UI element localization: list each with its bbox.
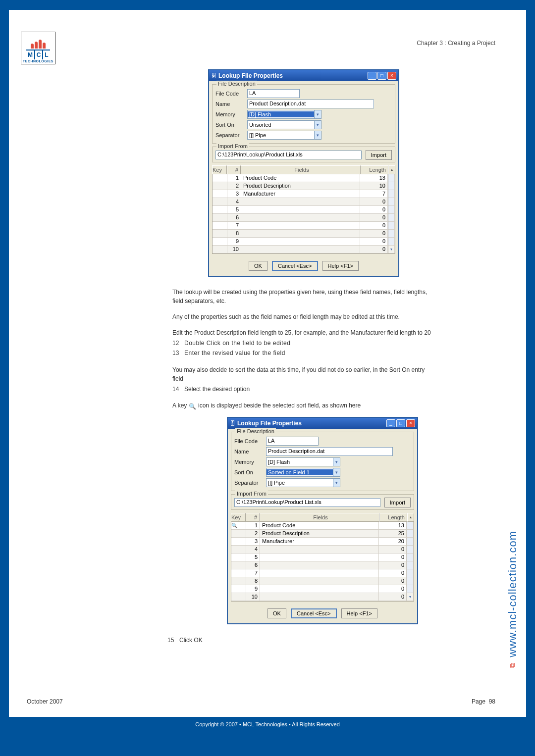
length-cell[interactable]: 10	[360, 182, 388, 190]
table-row[interactable]: 2Product Description25	[231, 530, 414, 538]
table-row[interactable]: 40	[231, 546, 414, 554]
length-cell[interactable]: 13	[360, 174, 388, 182]
table-row[interactable]: 3Manufacturer20	[231, 538, 414, 546]
col-fields[interactable]: Fields	[260, 513, 379, 522]
length-cell[interactable]: 0	[360, 206, 388, 214]
sort-on-combo[interactable]: Unsorted▾	[247, 120, 321, 129]
sort-on-combo[interactable]: Sorted on Field 1▾	[266, 468, 340, 477]
col-length[interactable]: Length	[379, 513, 407, 522]
col-key[interactable]: Key	[231, 513, 246, 522]
length-cell[interactable]: 25	[379, 530, 407, 538]
length-cell[interactable]: 0	[379, 546, 407, 554]
field-name-cell[interactable]	[241, 238, 360, 246]
length-cell[interactable]: 0	[360, 214, 388, 222]
separator-combo[interactable]: [|] Pipe▾	[266, 478, 340, 487]
help-button[interactable]: Help <F1>	[341, 608, 377, 618]
field-name-cell[interactable]	[260, 585, 379, 593]
length-cell[interactable]: 0	[360, 238, 388, 246]
field-name-cell[interactable]: Product Description	[241, 182, 360, 190]
close-button[interactable]: ×	[406, 419, 415, 427]
field-name-cell[interactable]	[260, 561, 379, 569]
minimize-button[interactable]: _	[368, 72, 376, 80]
col-num[interactable]: #	[246, 513, 260, 522]
field-name-cell[interactable]: Manufacturer	[241, 190, 360, 198]
table-row[interactable]: 🔍1Product Code13	[231, 522, 414, 530]
file-code-input[interactable]: LA	[266, 437, 319, 446]
length-cell[interactable]: 0	[379, 569, 407, 577]
table-row[interactable]: 100▾	[231, 593, 414, 601]
field-name-cell[interactable]	[260, 569, 379, 577]
table-row[interactable]: 50	[213, 206, 395, 214]
length-cell[interactable]: 0	[379, 585, 407, 593]
close-button[interactable]: ×	[387, 72, 396, 80]
col-key[interactable]: Key	[212, 165, 227, 174]
field-name-cell[interactable]	[260, 577, 379, 585]
table-row[interactable]: 3Manufacturer7	[213, 190, 395, 198]
help-button[interactable]: Help <F1>	[322, 261, 359, 271]
field-name-cell[interactable]	[241, 214, 360, 222]
table-row[interactable]: 2Product Description10	[213, 182, 395, 190]
table-row[interactable]: 80	[213, 230, 395, 238]
field-name-cell[interactable]: Manufacturer	[260, 538, 379, 546]
file-code-input[interactable]: LA	[247, 89, 300, 98]
name-input[interactable]: Product Description.dat	[247, 100, 374, 108]
field-name-cell[interactable]: Product Code	[260, 522, 379, 530]
length-cell[interactable]: 0	[360, 230, 388, 238]
length-cell[interactable]: 0	[360, 198, 388, 206]
title-bar[interactable]: 🗄 Lookup File Properties _ □ ×	[209, 70, 398, 81]
maximize-button[interactable]: □	[396, 419, 405, 427]
field-name-cell[interactable]	[260, 593, 379, 601]
ok-button[interactable]: OK	[249, 261, 268, 271]
import-button[interactable]: Import	[384, 498, 411, 507]
field-name-cell[interactable]	[241, 246, 360, 253]
minimize-button[interactable]: _	[386, 419, 395, 427]
table-row[interactable]: 1Product Code13	[213, 174, 395, 182]
length-cell[interactable]: 0	[379, 561, 407, 569]
field-name-cell[interactable]	[260, 546, 379, 554]
import-button[interactable]: Import	[366, 150, 392, 160]
col-fields[interactable]: Fields	[241, 165, 361, 174]
scroll-up[interactable]: ▴	[388, 165, 395, 174]
field-name-cell[interactable]: Product Description	[260, 530, 379, 538]
table-row[interactable]: 60	[231, 561, 414, 569]
table-row[interactable]: 90	[231, 585, 414, 593]
name-input[interactable]: Product Description.dat	[266, 447, 393, 456]
length-cell[interactable]: 13	[379, 522, 407, 530]
scroll-down[interactable]: ▾	[388, 246, 395, 253]
length-cell[interactable]: 0	[379, 554, 407, 561]
table-row[interactable]: 70	[231, 569, 414, 577]
title-bar[interactable]: 🗄 Lookup File Properties _ □ ×	[228, 418, 417, 429]
field-name-cell[interactable]	[241, 230, 360, 238]
memory-combo[interactable]: [D] Flash▾	[266, 457, 340, 466]
field-name-cell[interactable]	[241, 206, 360, 214]
length-cell[interactable]: 0	[379, 593, 407, 601]
import-path-input[interactable]: C:\123Print\Lookup\Product List.xls	[215, 151, 362, 159]
field-name-cell[interactable]	[241, 222, 360, 230]
length-cell[interactable]: 7	[360, 190, 388, 198]
memory-combo[interactable]: [D] Flash▾	[247, 110, 321, 119]
table-row[interactable]: 40	[213, 198, 395, 206]
table-row[interactable]: 100▾	[213, 246, 395, 253]
col-num[interactable]: #	[227, 165, 241, 174]
table-row[interactable]: 80	[231, 577, 414, 585]
length-cell[interactable]: 20	[379, 538, 407, 546]
col-length[interactable]: Length	[361, 165, 388, 174]
cancel-button[interactable]: Cancel <Esc>	[291, 608, 336, 618]
ok-button[interactable]: OK	[268, 608, 286, 618]
length-cell[interactable]: 0	[379, 577, 407, 585]
table-row[interactable]: 50	[231, 554, 414, 561]
cancel-button[interactable]: Cancel <Esc>	[272, 261, 318, 271]
table-row[interactable]: 60	[213, 214, 395, 222]
table-row[interactable]: 90	[213, 238, 395, 246]
import-path-input[interactable]: C:\123Print\Lookup\Product List.xls	[234, 498, 380, 507]
scroll-up[interactable]: ▴	[407, 513, 414, 522]
field-name-cell[interactable]: Product Code	[241, 174, 360, 182]
length-cell[interactable]: 0	[360, 222, 388, 230]
table-row[interactable]: 70	[213, 222, 395, 230]
maximize-button[interactable]: □	[377, 72, 386, 80]
length-cell[interactable]: 0	[360, 246, 388, 253]
field-name-cell[interactable]	[260, 554, 379, 561]
field-name-cell[interactable]	[241, 198, 360, 206]
scroll-down[interactable]: ▾	[407, 593, 414, 601]
separator-combo[interactable]: [|] Pipe▾	[247, 131, 321, 140]
